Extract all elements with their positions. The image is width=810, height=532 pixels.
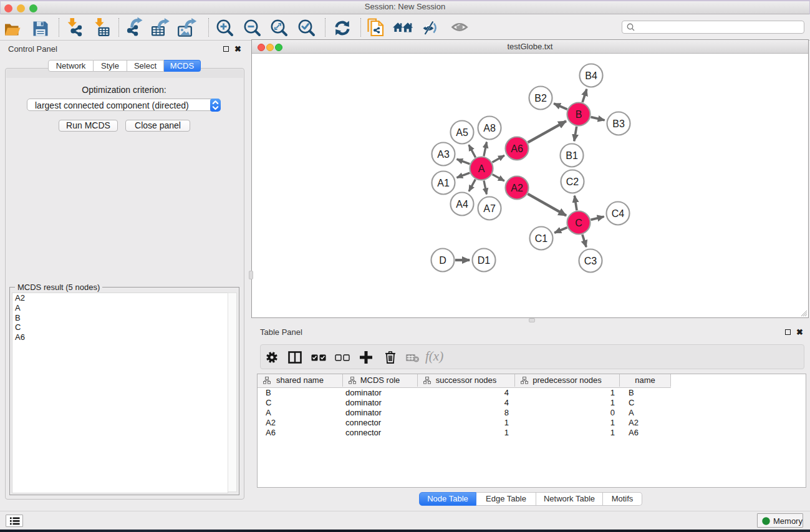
svg-text:C4: C4 [612, 208, 625, 219]
svg-text:A8: A8 [483, 123, 496, 133]
svg-text:C1: C1 [535, 233, 548, 244]
svg-text:B: B [576, 109, 582, 120]
svg-text:D: D [439, 255, 446, 266]
svg-text:B4: B4 [585, 70, 597, 81]
svg-text:A7: A7 [483, 203, 496, 214]
svg-text:A3: A3 [437, 149, 450, 160]
svg-text:B3: B3 [612, 118, 625, 129]
svg-text:B2: B2 [534, 93, 547, 104]
svg-text:B1: B1 [566, 150, 578, 161]
svg-text:A6: A6 [511, 143, 523, 154]
svg-text:C3: C3 [584, 256, 597, 266]
svg-text:A1: A1 [437, 178, 450, 188]
svg-text:C: C [575, 218, 582, 228]
svg-text:A2: A2 [511, 183, 523, 193]
svg-text:A: A [478, 163, 485, 174]
svg-text:f(x): f(x) [425, 350, 443, 364]
svg-text:A5: A5 [456, 127, 468, 138]
svg-text:D1: D1 [478, 255, 491, 266]
svg-text:C2: C2 [566, 177, 579, 187]
svg-text:A4: A4 [456, 199, 468, 210]
